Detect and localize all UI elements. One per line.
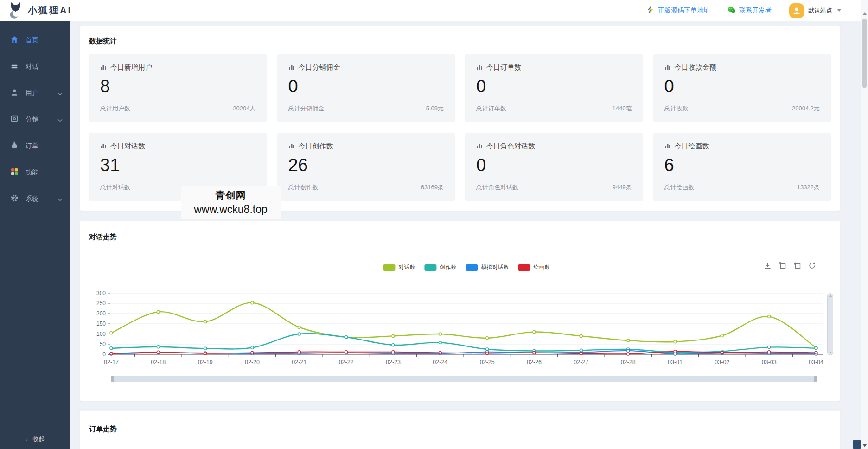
avatar-user-icon [789,3,804,18]
app-logo: 小狐狸AI [7,1,72,20]
collapse-sidebar-button[interactable]: ← 收起 [0,435,70,443]
stat-card-title: 今日对话数 [100,142,256,151]
slider-right-handle[interactable] [814,376,817,382]
site-selector-label: 默认站点 [808,6,832,15]
legend-swatch [424,264,436,271]
legend-swatch [518,264,530,271]
stat-card-total-label: 总计角色对话数 [476,183,518,192]
stat-card-value: 26 [288,155,444,175]
sidebar-item-users[interactable]: 用户 [0,80,70,106]
money-bag-icon [10,141,19,151]
stats-grid: 今日新增用户8总计用户数20204人今日分销佣金0总计分销佣金5.09元今日订单… [89,54,831,201]
svg-text:300: 300 [96,290,106,296]
svg-text:02-20: 02-20 [245,359,260,366]
save-image-icon[interactable] [764,262,772,269]
app-grid-icon [10,167,19,178]
stat-card-value: 6 [664,155,820,175]
stat-card: 今日订单数0总计订单数1440笔 [465,54,643,122]
svg-text:03-04: 03-04 [809,359,823,366]
svg-text:02-17: 02-17 [104,359,119,366]
stat-card-total-label: 总计订单数 [476,104,506,113]
stat-card-value: 8 [100,77,256,96]
stat-card: 今日创作数26总计创作数63169条 [277,133,455,201]
chevron-down-icon [57,195,63,203]
site-selector[interactable]: 默认站点 [789,3,841,18]
chevron-down-icon [57,89,63,97]
corner-widget [853,440,861,449]
bar-chart-icon [664,142,671,150]
scrollbar-up-arrow-icon[interactable] [863,12,867,15]
stat-card: 今日分销佣金0总计分销佣金5.09元 [277,54,455,122]
chat-trend-title: 对话走势 [89,233,117,242]
chart-toolbox [764,262,816,269]
legend-item-0[interactable]: 对话数 [383,263,415,271]
order-trend-title: 订单走势 [89,425,831,434]
refresh-icon[interactable] [808,262,816,269]
sidebar-item-orders[interactable]: 订单 [0,133,70,159]
stat-card-value: 0 [664,77,820,96]
chat-trend-panel: 对话走势 对话数创作数模拟对话数绘画数 [80,221,840,401]
stat-card-title: 今日订单数 [476,63,632,72]
order-trend-panel: 订单走势 [80,411,840,449]
legend-item-2[interactable]: 模拟对话数 [466,263,509,271]
svg-text:02-23: 02-23 [386,359,401,366]
legend-label: 对话数 [398,263,415,271]
restore-icon[interactable] [793,262,801,269]
chat-lines-icon [10,62,19,72]
stat-card-value: 0 [476,77,632,96]
app-title: 小狐狸AI [28,4,72,17]
bar-chart-icon [288,64,295,71]
svg-text:02-27: 02-27 [574,359,588,366]
page-scrollbar[interactable] [861,0,868,449]
stat-card-total-value: 63169条 [421,183,444,192]
legend-swatch [383,264,395,271]
header-link-source[interactable]: 正版源码下单地址 [647,6,710,15]
stat-card-title: 今日创作数 [288,142,444,151]
lightning-icon [647,6,655,15]
chart-vertical-zoom-slider[interactable] [827,293,833,355]
svg-text:03-01: 03-01 [668,359,683,366]
home-icon [10,35,19,45]
stat-card: 今日绘画数6总计绘画数13322条 [653,133,831,201]
sidebar-item-home[interactable]: 首页 [0,27,70,53]
header-link-contact[interactable]: 联系开发者 [728,6,772,15]
sidebar-item-system[interactable]: 系统 [0,186,70,212]
chevron-down-icon [837,9,841,12]
slider-left-handle[interactable] [111,376,114,382]
watermark-line1: 青创网 [185,189,277,202]
scrollbar-down-arrow-icon[interactable] [863,444,867,447]
legend-item-1[interactable]: 创作数 [424,263,456,271]
svg-text:02-22: 02-22 [339,359,354,366]
legend-item-3[interactable]: 绘画数 [518,263,550,271]
wechat-icon [728,6,736,15]
sidebar-item-distribution[interactable]: 分销 [0,106,70,133]
svg-text:250: 250 [96,300,106,307]
svg-text:02-26: 02-26 [527,359,542,366]
chart-horizontal-zoom-slider[interactable] [111,376,817,382]
sidebar-item-chat[interactable]: 对话 [0,53,70,80]
svg-text:02-21: 02-21 [292,359,306,366]
svg-text:50: 50 [100,341,106,347]
stat-card: 今日新增用户8总计用户数20204人 [89,54,267,122]
slider-down-arrow-icon [829,352,832,353]
stat-card-title: 今日绘画数 [664,142,820,151]
stat-card-total-value: 20004.2元 [792,104,820,113]
stat-card-title: 今日分销佣金 [288,63,444,72]
fox-logo-icon [7,1,23,20]
chevron-down-icon [57,115,63,124]
stat-card-total-label: 总计对话数 [100,183,130,192]
stat-card-title: 今日新增用户 [100,63,256,72]
stat-card-total-value: 1440笔 [613,104,632,113]
svg-text:150: 150 [96,321,106,327]
scrollbar-thumb[interactable] [862,19,867,88]
chart-legend: 对话数创作数模拟对话数绘画数 [383,263,550,271]
svg-text:100: 100 [96,331,106,337]
bar-chart-icon [288,142,295,150]
stat-card-total-value: 13322条 [797,183,820,192]
gear-icon [10,194,19,204]
sidebar-item-features[interactable]: 功能 [0,159,70,186]
chat-trend-chart: 05010015020025030002-1702-1802-1902-2002… [80,276,850,374]
data-zoom-icon[interactable] [779,262,786,269]
legend-swatch [466,264,478,271]
svg-text:02-18: 02-18 [151,359,166,366]
